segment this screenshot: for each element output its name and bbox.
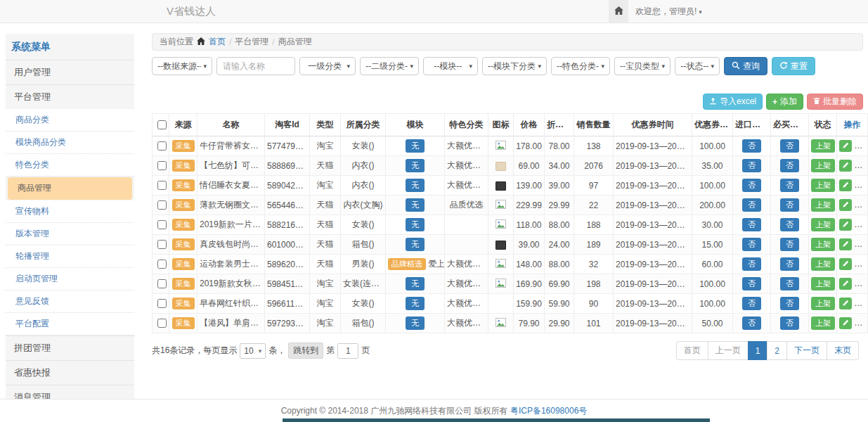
- row-checkbox[interactable]: [157, 279, 167, 288]
- module-badge[interactable]: 无: [406, 218, 425, 231]
- user-menu[interactable]: 欢迎您，管理员!▾: [635, 0, 702, 23]
- must-buy-toggle[interactable]: 否: [780, 159, 799, 172]
- delete-button[interactable]: [854, 179, 867, 191]
- edit-button[interactable]: [839, 278, 852, 290]
- delete-button[interactable]: [854, 238, 867, 250]
- sidebar-item-splash-page-management[interactable]: 启动页管理: [6, 268, 134, 290]
- edit-button[interactable]: [839, 219, 852, 231]
- import-choice-toggle[interactable]: 否: [742, 159, 761, 172]
- breadcrumb-home-link[interactable]: 首页: [209, 36, 226, 48]
- sidebar-item-feedback[interactable]: 意见反馈: [6, 290, 134, 313]
- status-toggle[interactable]: 上架: [811, 277, 835, 290]
- must-buy-toggle[interactable]: 否: [780, 316, 799, 330]
- sidebar-item-message-management[interactable]: 消息管理: [6, 385, 134, 399]
- edit-button[interactable]: [839, 140, 852, 152]
- sidebar-item-platform-management[interactable]: 平台管理: [6, 84, 134, 109]
- module-badge[interactable]: 无: [406, 297, 425, 310]
- module-badge[interactable]: 无: [406, 277, 425, 290]
- filter-select-feature-category[interactable]: --特色分类--▾: [551, 57, 610, 75]
- sidebar-item-platform-config[interactable]: 平台配置: [6, 313, 134, 335]
- filter-select-item-type[interactable]: --宝贝类型--▾: [614, 57, 671, 75]
- delete-button[interactable]: [854, 140, 867, 152]
- status-toggle[interactable]: 上架: [811, 179, 835, 192]
- status-toggle[interactable]: 上架: [811, 257, 835, 271]
- status-toggle[interactable]: 上架: [811, 159, 835, 172]
- module-badge[interactable]: 无: [406, 179, 425, 192]
- row-checkbox[interactable]: [157, 181, 167, 190]
- module-badge[interactable]: 品牌精选: [388, 258, 426, 270]
- filter-select-module[interactable]: --模块--▾: [423, 57, 478, 75]
- name-search-input[interactable]: [216, 57, 295, 75]
- sidebar-item-user-management[interactable]: 用户管理: [6, 60, 134, 84]
- filter-select-data-source[interactable]: --数据来源--▾: [152, 57, 212, 75]
- sidebar-item-version-management[interactable]: 版本管理: [6, 223, 134, 245]
- status-toggle[interactable]: 上架: [811, 297, 835, 310]
- sidebar-item-savings-news[interactable]: 省惠快报: [6, 360, 134, 385]
- row-checkbox[interactable]: [157, 141, 167, 151]
- page-button-1[interactable]: 1: [748, 341, 768, 360]
- filter-select-module-subcategory[interactable]: --模块下分类--▾: [482, 57, 547, 75]
- filter-select-level2-category[interactable]: --二级分类--▾: [360, 57, 419, 75]
- delete-button[interactable]: [854, 160, 867, 172]
- edit-button[interactable]: [839, 160, 852, 172]
- page-size-select[interactable]: 10▾: [240, 343, 266, 359]
- row-checkbox[interactable]: [157, 299, 167, 308]
- import-choice-toggle[interactable]: 否: [742, 297, 761, 310]
- status-toggle[interactable]: 上架: [811, 238, 835, 251]
- edit-button[interactable]: [839, 298, 852, 309]
- sidebar-item-product-category[interactable]: 商品分类: [6, 109, 134, 132]
- sidebar-item-product-management[interactable]: 商品管理: [8, 177, 132, 200]
- add-button[interactable]: + 添加: [766, 94, 803, 110]
- status-toggle[interactable]: 上架: [811, 218, 835, 231]
- delete-button[interactable]: [854, 258, 867, 270]
- filter-select-level1-category[interactable]: 一级分类▾: [299, 57, 356, 75]
- home-button[interactable]: [609, 0, 628, 23]
- sidebar-item-module-product-category[interactable]: 模块商品分类: [6, 132, 134, 154]
- import-choice-toggle[interactable]: 否: [742, 316, 761, 330]
- row-checkbox[interactable]: [157, 161, 167, 170]
- filter-select-status[interactable]: --状态--▾: [675, 57, 720, 75]
- delete-button[interactable]: [854, 199, 867, 211]
- edit-button[interactable]: [839, 199, 852, 211]
- import-choice-toggle[interactable]: 否: [742, 139, 761, 153]
- row-checkbox[interactable]: [157, 200, 167, 210]
- import-choice-toggle[interactable]: 否: [742, 238, 761, 251]
- delete-button[interactable]: [854, 219, 867, 231]
- status-toggle[interactable]: 上架: [811, 316, 835, 330]
- import-choice-toggle[interactable]: 否: [742, 257, 761, 271]
- row-checkbox[interactable]: [157, 240, 167, 249]
- edit-button[interactable]: [839, 238, 852, 250]
- module-badge[interactable]: 无: [406, 238, 425, 251]
- module-badge[interactable]: 无: [406, 139, 425, 153]
- reset-button[interactable]: 重置: [772, 57, 815, 75]
- delete-button[interactable]: [854, 278, 867, 290]
- search-button[interactable]: 查询: [724, 57, 767, 75]
- delete-button[interactable]: [854, 298, 867, 309]
- icp-link[interactable]: 粤ICP备16098006号: [510, 406, 587, 416]
- edit-button[interactable]: [839, 258, 852, 270]
- sidebar-item-promo-materials[interactable]: 宣传物料: [6, 200, 134, 223]
- page-button-末页[interactable]: 末页: [827, 341, 859, 360]
- edit-button[interactable]: [839, 317, 852, 329]
- module-badge[interactable]: 无: [406, 316, 425, 330]
- must-buy-toggle[interactable]: 否: [780, 218, 799, 231]
- import-excel-button[interactable]: 导入excel: [703, 94, 763, 110]
- must-buy-toggle[interactable]: 否: [780, 297, 799, 310]
- page-button-2[interactable]: 2: [767, 341, 787, 360]
- must-buy-toggle[interactable]: 否: [780, 257, 799, 271]
- import-choice-toggle[interactable]: 否: [742, 179, 761, 192]
- status-toggle[interactable]: 上架: [811, 198, 835, 212]
- import-choice-toggle[interactable]: 否: [742, 218, 761, 231]
- sidebar-item-feature-category[interactable]: 特色分类: [6, 154, 134, 177]
- row-checkbox[interactable]: [157, 260, 167, 269]
- must-buy-toggle[interactable]: 否: [780, 198, 799, 212]
- module-badge[interactable]: 无: [406, 159, 425, 172]
- batch-delete-button[interactable]: 批量删除: [807, 94, 863, 110]
- status-toggle[interactable]: 上架: [811, 139, 835, 153]
- row-checkbox[interactable]: [157, 319, 167, 328]
- jump-page-input[interactable]: [337, 343, 358, 359]
- must-buy-toggle[interactable]: 否: [780, 179, 799, 192]
- must-buy-toggle[interactable]: 否: [780, 139, 799, 153]
- jump-button[interactable]: 跳转到: [288, 343, 323, 359]
- import-choice-toggle[interactable]: 否: [742, 198, 761, 212]
